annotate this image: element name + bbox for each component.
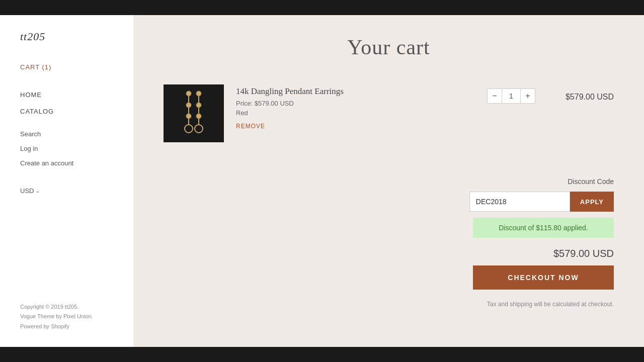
line-price: $579.00 USD (566, 90, 614, 102)
discount-label: Discount Code (568, 177, 614, 186)
nav-item-search[interactable]: Search (20, 130, 121, 138)
sidebar-footer: Copyright © 2019 tt205. Vogue Theme by P… (20, 302, 121, 332)
svg-point-7 (196, 91, 201, 96)
nav-item-catalog[interactable]: CATALOG (20, 108, 121, 115)
product-price-label: Price: $579.00 USD (236, 100, 475, 107)
currency-selector[interactable]: USD ⌄ (20, 187, 121, 195)
nav-item-home[interactable]: HOME (20, 91, 121, 99)
product-image (164, 84, 224, 142)
remove-item-button[interactable]: REMOVE (236, 123, 475, 130)
quantity-value: 1 (502, 88, 520, 104)
svg-point-0 (186, 91, 191, 96)
copyright-text: Copyright © 2019 tt205. (20, 302, 121, 312)
tax-note: Tax and shipping will be calculated at c… (487, 301, 614, 308)
sidebar: tt205 CART (1) HOME CATALOG Search Log i… (0, 15, 133, 347)
powered-by: Powered by Shopify (20, 322, 121, 332)
cart-item-details: 14k Dangling Pendant Earrings Price: $57… (236, 84, 475, 130)
nav-item-login[interactable]: Log in (20, 145, 121, 152)
discount-section: Discount Code APPLY Discount of $115.80 … (164, 177, 614, 308)
svg-point-9 (196, 103, 201, 108)
currency-label: USD (20, 187, 34, 195)
checkout-button[interactable]: CHECKOUT NOW (473, 265, 614, 290)
svg-point-6 (185, 125, 193, 133)
chevron-down-icon: ⌄ (36, 188, 40, 194)
theme-credit: Vogue Theme by Pixel Union. (20, 312, 121, 322)
quantity-decrease-button[interactable]: − (487, 88, 502, 104)
svg-point-4 (186, 114, 191, 119)
main-content: Your cart (133, 15, 644, 347)
top-bar (0, 0, 644, 15)
svg-point-11 (196, 114, 201, 119)
discount-applied-message: Discount of $115.80 applied. (473, 218, 614, 238)
cart-item: 14k Dangling Pendant Earrings Price: $57… (164, 84, 614, 157)
svg-point-13 (195, 125, 203, 133)
earrings-illustration (179, 88, 209, 139)
discount-input-row: APPLY (469, 192, 614, 212)
main-nav: HOME CATALOG (20, 91, 121, 115)
nav-item-create-account[interactable]: Create an account (20, 159, 121, 167)
product-variant: Red (236, 109, 475, 117)
bottom-bar (0, 347, 644, 362)
cart-link[interactable]: CART (1) (20, 63, 121, 71)
cart-total: $579.00 USD (553, 248, 614, 259)
secondary-nav: Search Log in Create an account (20, 130, 121, 167)
quantity-controls: − 1 + (487, 88, 535, 104)
page-title: Your cart (164, 35, 614, 59)
product-name: 14k Dangling Pendant Earrings (236, 86, 475, 97)
svg-point-2 (186, 103, 191, 108)
quantity-increase-button[interactable]: + (520, 88, 535, 104)
discount-code-input[interactable] (469, 192, 570, 212)
site-logo[interactable]: tt205 (20, 30, 121, 43)
apply-discount-button[interactable]: APPLY (570, 192, 614, 212)
